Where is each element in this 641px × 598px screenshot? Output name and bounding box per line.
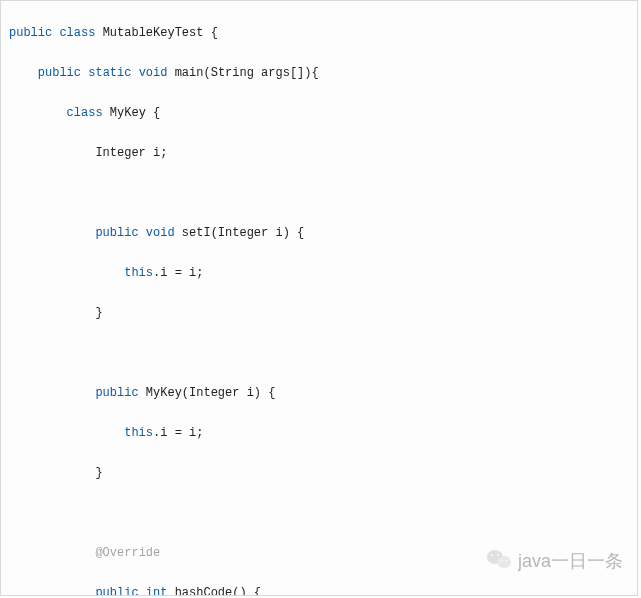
code-line	[9, 503, 629, 523]
code-line: Integer i;	[9, 143, 629, 163]
code-line: this.i = i;	[9, 423, 629, 443]
code-line	[9, 343, 629, 363]
code-line: @Override	[9, 543, 629, 563]
code-line: public int hashCode() {	[9, 583, 629, 596]
code-line	[9, 183, 629, 203]
code-line: public void setI(Integer i) {	[9, 223, 629, 243]
code-line: }	[9, 463, 629, 483]
code-line: public MyKey(Integer i) {	[9, 383, 629, 403]
code-line: }	[9, 303, 629, 323]
code-line: class MyKey {	[9, 103, 629, 123]
code-line: public static void main(String args[]){	[9, 63, 629, 83]
code-line: public class MutableKeyTest {	[9, 23, 629, 43]
code-line: this.i = i;	[9, 263, 629, 283]
code-snippet: public class MutableKeyTest { public sta…	[0, 0, 638, 596]
